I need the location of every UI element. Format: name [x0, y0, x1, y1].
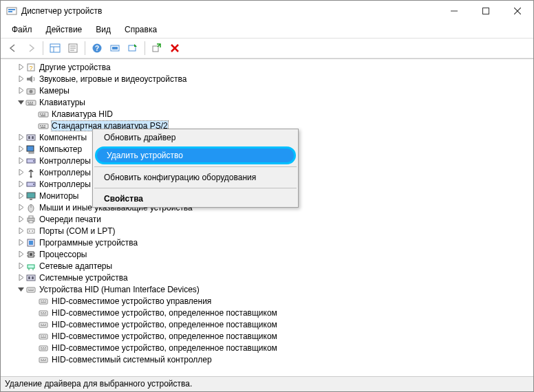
svg-rect-30: [32, 102, 33, 103]
chevron-right-icon[interactable]: [16, 215, 25, 224]
device-printer-icon: [25, 214, 36, 225]
tree-item-software-devices[interactable]: Программные устройства: [1, 237, 533, 248]
chevron-right-icon[interactable]: [16, 273, 25, 283]
tree-item-ports[interactable]: Порты (COM и LPT): [1, 225, 533, 237]
svg-point-60: [29, 230, 30, 232]
tree-item-hid1[interactable]: HID-совместимое устройство управления: [1, 295, 533, 307]
ctx-scan-hardware[interactable]: Обновить конфигурацию оборудования: [93, 169, 298, 186]
device-hid-icon: [38, 307, 49, 318]
tree-item-keyboards[interactable]: Клавиатуры: [1, 96, 533, 108]
tree-item-kb-hid[interactable]: Клавиатура HID: [1, 108, 533, 120]
ctx-update-driver[interactable]: Обновить драйвер: [93, 129, 298, 146]
tree-item-hid5[interactable]: HID-совместимое устройство, определенное…: [1, 342, 533, 353]
svg-rect-73: [27, 275, 35, 281]
svg-rect-107: [41, 359, 42, 360]
chevron-right-icon[interactable]: [16, 191, 25, 201]
toolbar-back-button[interactable]: [5, 41, 21, 56]
menu-file[interactable]: Файл: [5, 23, 39, 36]
svg-rect-1: [8, 9, 15, 10]
ctx-properties[interactable]: Свойства: [93, 190, 298, 207]
tree-item-label: HID-совместимое устройство управления: [52, 296, 211, 306]
tree-item-label: Клавиатура HID: [52, 109, 113, 119]
svg-rect-94: [45, 324, 46, 325]
device-hid-icon: [38, 354, 49, 365]
tree-item-other[interactable]: ?Другие устройства: [1, 61, 533, 73]
chevron-right-icon[interactable]: [16, 203, 25, 213]
svg-rect-7: [50, 44, 60, 52]
chevron-right-icon: [28, 320, 38, 329]
close-button[interactable]: [502, 1, 533, 21]
toolbar-help-button[interactable]: ?: [89, 41, 105, 56]
svg-point-51: [33, 184, 34, 185]
tree-item-label: Системные устройства: [39, 273, 128, 283]
tree-item-hid[interactable]: Устройства HID (Human Interface Devices): [1, 283, 533, 295]
chevron-right-icon[interactable]: [16, 226, 25, 236]
statusbar: Удаление драйвера для выбранного устройс…: [1, 376, 533, 391]
device-tree-container[interactable]: ?Другие устройстваЗвуковые, игровые и ви…: [1, 58, 533, 376]
tree-item-audio[interactable]: Звуковые, игровые и видеоустройства: [1, 73, 533, 85]
svg-rect-98: [43, 336, 44, 336]
toolbar-uninstall-button[interactable]: [167, 41, 183, 56]
tree-item-label: HID-совместимое устройство, определенное…: [52, 331, 277, 341]
svg-rect-92: [41, 324, 42, 325]
svg-point-26: [30, 89, 33, 93]
svg-rect-46: [29, 152, 34, 153]
svg-rect-39: [42, 125, 43, 127]
tree-item-cameras[interactable]: Камеры: [1, 85, 533, 96]
svg-rect-43: [28, 136, 30, 139]
ctx-uninstall-device[interactable]: Удалить устройство: [95, 146, 296, 164]
svg-rect-17: [112, 47, 118, 50]
chevron-right-icon[interactable]: [16, 156, 25, 166]
maximize-button[interactable]: [470, 1, 502, 21]
device-keyboard-icon: [38, 109, 49, 120]
toolbar-show-hide-button[interactable]: [47, 41, 63, 56]
chevron-right-icon[interactable]: [16, 74, 25, 84]
device-monitor-icon: [25, 190, 36, 202]
device-other-icon: ?: [25, 62, 36, 73]
svg-rect-109: [45, 359, 46, 360]
device-computer-icon: [25, 144, 36, 155]
chevron-right-icon[interactable]: [16, 63, 25, 72]
chevron-down-icon[interactable]: [16, 98, 25, 107]
tree-item-hid3[interactable]: HID-совместимое устройство, определенное…: [1, 318, 533, 330]
tree-item-label: Программные устройства: [39, 238, 138, 248]
tree-item-label: HID-совместимое устройство, определенное…: [52, 308, 277, 318]
chevron-right-icon[interactable]: [16, 168, 25, 177]
toolbar-properties-button[interactable]: [65, 41, 81, 56]
tree-item-hid2[interactable]: HID-совместимое устройство, определенное…: [1, 307, 533, 318]
svg-point-61: [32, 230, 33, 232]
menu-action[interactable]: Действие: [39, 23, 89, 36]
menu-help[interactable]: Справка: [118, 23, 164, 36]
menubar: Файл Действие Вид Справка: [1, 21, 533, 38]
tree-item-label: Компьютер: [39, 144, 82, 154]
tree-item-label: Компоненты: [39, 133, 87, 142]
chevron-right-icon[interactable]: [16, 86, 25, 96]
minimize-button[interactable]: [438, 1, 470, 21]
svg-rect-100: [41, 337, 46, 338]
chevron-down-icon[interactable]: [16, 285, 25, 294]
tree-item-label: Мониторы: [39, 191, 78, 201]
chevron-right-icon[interactable]: [16, 261, 25, 271]
tree-item-processors[interactable]: Процессоры: [1, 248, 533, 260]
svg-text:?: ?: [95, 45, 99, 52]
toolbar-enable-button[interactable]: [149, 41, 165, 56]
toolbar-forward-button[interactable]: [23, 41, 39, 56]
menu-view[interactable]: Вид: [89, 23, 118, 36]
tree-item-label: Камеры: [39, 86, 70, 96]
svg-rect-104: [45, 347, 46, 348]
chevron-right-icon[interactable]: [16, 179, 25, 189]
svg-rect-24: [27, 78, 30, 80]
tree-item-hid4[interactable]: HID-совместимое устройство, определенное…: [1, 330, 533, 342]
tree-item-hid6[interactable]: HID-совместимый системный контроллер: [1, 353, 533, 365]
toolbar-update-driver-button[interactable]: [125, 41, 141, 56]
chevron-right-icon[interactable]: [16, 144, 25, 154]
chevron-right-icon[interactable]: [16, 133, 25, 142]
device-network-icon: [25, 261, 36, 272]
chevron-right-icon[interactable]: [16, 238, 25, 248]
tree-item-system[interactable]: Системные устройства: [1, 272, 533, 283]
toolbar-scan-button[interactable]: [107, 41, 123, 56]
chevron-right-icon[interactable]: [16, 250, 25, 259]
tree-item-print-queues[interactable]: Очереди печати: [1, 213, 533, 225]
tree-item-network[interactable]: Сетевые адаптеры: [1, 260, 533, 272]
svg-rect-34: [42, 113, 43, 115]
